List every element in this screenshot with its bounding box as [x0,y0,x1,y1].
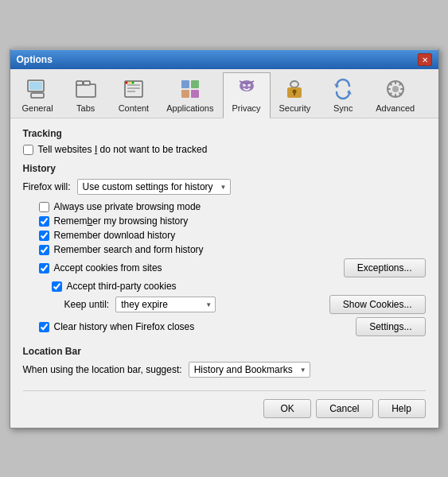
svg-rect-4 [76,81,83,85]
titlebar: Options ✕ [10,50,438,69]
accept-cookies-checkbox[interactable] [39,263,49,273]
tab-general-label: General [22,103,53,113]
third-party-row: Accept third-party cookies [52,281,426,292]
third-party-checkbox[interactable] [52,281,62,292]
history-dropdown-wrapper: Use custom settings for history Remember… [77,179,231,195]
keep-until-label: Keep until: [64,299,110,310]
search-form-label[interactable]: Remember search and form history [54,244,204,255]
download-history-checkbox[interactable] [39,231,49,241]
download-history-label[interactable]: Remember download history [54,230,176,241]
tab-security[interactable]: Security [271,72,320,118]
keep-until-dropdown-wrapper: they expire I close Firefox ask me every… [115,297,216,312]
tab-sync[interactable]: Sync [319,72,367,118]
general-icon [25,76,50,102]
history-will-row: Firefox will: Use custom settings for hi… [23,179,426,195]
settings-button[interactable]: Settings... [356,317,425,336]
svg-point-10 [125,82,127,84]
svg-rect-15 [181,90,189,98]
tab-advanced[interactable]: Advanced [367,72,423,118]
button-group: OK Cancel Help [23,390,426,418]
svg-point-27 [392,86,399,92]
toolbar: General Tabs [10,69,438,118]
clear-history-row: Clear history when Firefox closes Settin… [23,317,426,336]
tab-privacy-label: Privacy [232,103,260,113]
tab-general[interactable]: General [14,72,62,118]
advanced-icon [383,76,408,102]
applications-icon [177,76,203,102]
tab-advanced-label: Advanced [376,103,415,113]
tabs-icon [73,76,99,102]
clear-history-left: Clear history when Firefox closes [39,321,195,332]
svg-rect-1 [29,82,42,90]
accept-cookies-label[interactable]: Accept cookies from sites [54,262,162,273]
clear-history-checkbox[interactable] [39,322,49,332]
svg-rect-2 [31,93,44,98]
keep-until-row: Keep until: they expire I close Firefox … [23,295,426,314]
svg-point-12 [131,82,134,84]
private-browsing-label[interactable]: Always use private browsing mode [54,201,201,212]
cancel-button[interactable]: Cancel [316,399,372,418]
browsing-history-checkbox[interactable] [39,216,49,227]
tab-applications-label: Applications [166,103,213,113]
svg-rect-3 [76,84,95,97]
tab-content[interactable]: Content [110,72,158,118]
download-history-row: Remember download history [39,230,426,241]
tab-tabs[interactable]: Tabs [62,72,110,118]
location-bar-row: When using the location bar, suggest: Hi… [23,362,426,378]
tracking-label[interactable]: Tell websites I do not want to be tracke… [38,144,208,155]
browsing-history-row: Remember my browsing history [39,215,426,227]
window-title: Options [17,54,53,65]
sync-icon [330,76,356,102]
location-bar-section-label: Location Bar [23,346,426,357]
tab-tabs-label: Tabs [76,103,95,113]
tab-security-label: Security [279,103,311,113]
security-icon [282,76,307,102]
svg-rect-16 [191,90,199,98]
content-area: Tracking Tell websites I do not want to … [10,118,438,428]
tab-applications[interactable]: Applications [158,72,222,118]
tab-sync-label: Sync [333,103,353,113]
svg-rect-13 [181,80,189,88]
history-section-label: History [23,163,426,174]
accept-cookies-left: Accept cookies from sites [23,262,162,273]
browsing-history-label[interactable]: Remember my browsing history [54,215,189,227]
help-button[interactable]: Help [378,399,426,418]
suggest-dropdown[interactable]: History and Bookmarks History Bookmarks … [189,362,310,378]
content-icon [121,76,146,102]
tab-privacy[interactable]: Privacy [223,72,271,118]
tracking-checkbox[interactable] [23,145,33,155]
show-cookies-button[interactable]: Show Cookies... [329,295,426,314]
tracking-section-label: Tracking [23,128,426,139]
accept-cookies-row: Accept cookies from sites Exceptions... [23,258,426,277]
exceptions-button[interactable]: Exceptions... [344,258,426,277]
tracking-row: Tell websites I do not want to be tracke… [23,144,426,155]
privacy-icon [234,76,259,102]
close-button[interactable]: ✕ [418,53,432,66]
ok-button[interactable]: OK [263,399,311,418]
svg-rect-14 [191,80,199,88]
suggest-label: When using the location bar, suggest: [23,364,182,375]
options-window: Options ✕ General T [10,48,439,429]
third-party-label[interactable]: Accept third-party cookies [67,281,177,292]
svg-rect-20 [290,81,298,87]
private-browsing-row: Always use private browsing mode [39,201,426,212]
search-form-checkbox[interactable] [39,245,49,255]
private-browsing-checkbox[interactable] [39,202,49,212]
clear-history-label[interactable]: Clear history when Firefox closes [54,321,195,332]
search-form-row: Remember search and form history [39,244,426,255]
tab-content-label: Content [119,103,150,113]
keep-until-left: Keep until: they expire I close Firefox … [64,297,216,312]
suggest-dropdown-wrapper: History and Bookmarks History Bookmarks … [189,362,310,378]
history-dropdown[interactable]: Use custom settings for history Remember… [77,179,231,195]
svg-point-11 [128,82,131,84]
svg-rect-5 [84,81,90,85]
keep-until-dropdown[interactable]: they expire I close Firefox ask me every… [115,297,216,312]
firefox-will-label: Firefox will: [23,181,71,192]
